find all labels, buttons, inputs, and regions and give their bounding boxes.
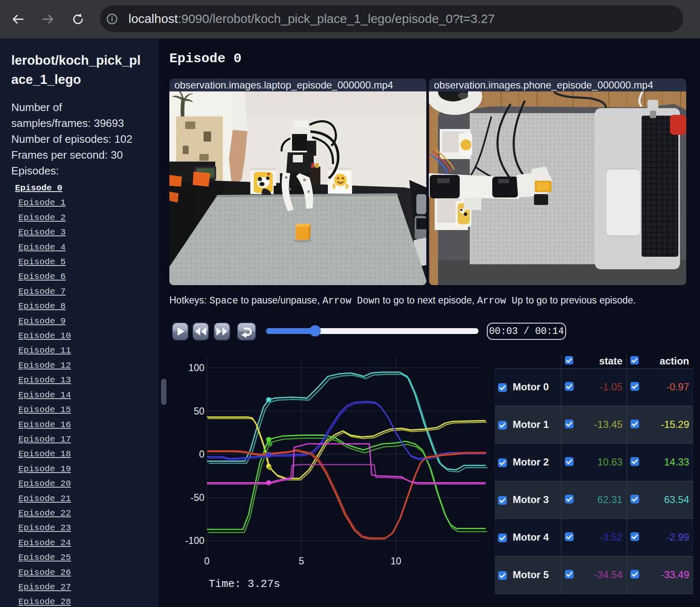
svg-text:0: 0: [204, 556, 210, 567]
svg-text:5: 5: [299, 556, 304, 567]
svg-text:-100: -100: [185, 535, 204, 546]
svg-text:10: 10: [390, 556, 401, 567]
svg-text:-50: -50: [191, 492, 204, 503]
svg-text:0: 0: [199, 449, 204, 460]
svg-text:50: 50: [194, 406, 204, 417]
svg-text:100: 100: [189, 362, 204, 373]
